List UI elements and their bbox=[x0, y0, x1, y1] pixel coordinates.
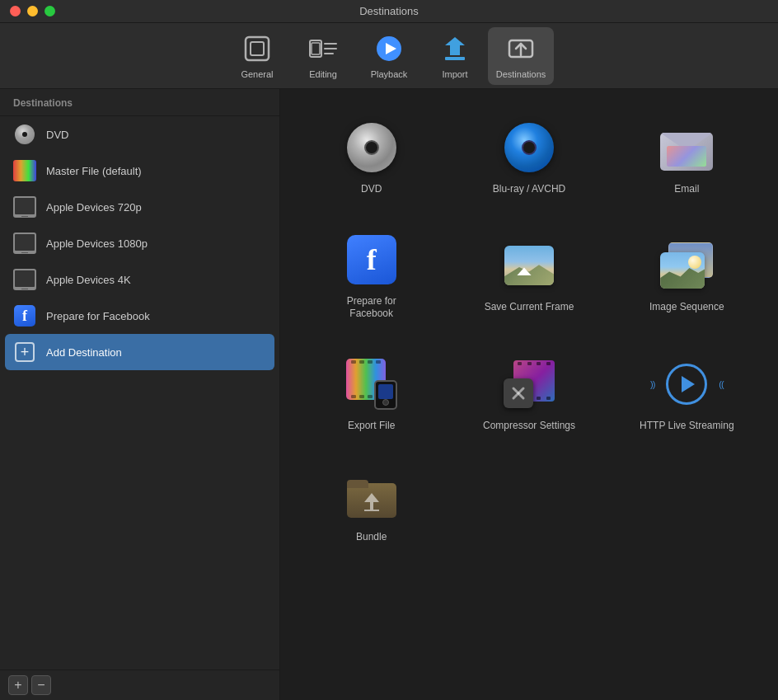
add-destination-icon: + bbox=[13, 341, 36, 364]
dest-item-bluray[interactable]: Blu-ray / AVCHD bbox=[454, 106, 603, 209]
toolbar-label-playback: Playback bbox=[371, 69, 408, 79]
sidebar-footer: + − bbox=[0, 669, 279, 700]
sidebar-item-dvd[interactable]: DVD bbox=[0, 116, 279, 153]
dest-item-export-file[interactable]: Export File bbox=[297, 342, 446, 446]
svg-rect-10 bbox=[445, 57, 465, 60]
dest-label-bluray: Blu-ray / AVCHD bbox=[493, 183, 565, 196]
apple-1080p-icon bbox=[13, 232, 36, 255]
sidebar-item-master-file[interactable]: Master File (default) bbox=[0, 153, 279, 189]
svg-marker-9 bbox=[445, 37, 465, 55]
dest-icon-save-frame bbox=[500, 237, 558, 294]
sidebar-item-label-master: Master File (default) bbox=[46, 165, 142, 177]
sidebar-item-apple-720p[interactable]: Apple Devices 720p bbox=[0, 189, 279, 225]
dest-label-compressor: Compressor Settings bbox=[483, 420, 575, 433]
toolbar-label-editing: Editing bbox=[309, 69, 337, 79]
sidebar-item-label-720p: Apple Devices 720p bbox=[46, 201, 142, 214]
dest-item-facebook[interactable]: f Prepare for Facebook bbox=[297, 218, 446, 334]
sidebar-item-label-1080p: Apple Devices 1080p bbox=[46, 237, 148, 250]
dest-item-bundle[interactable]: Bundle bbox=[297, 453, 446, 557]
dest-icon-image-sequence bbox=[658, 237, 715, 294]
dest-icon-dvd bbox=[343, 119, 401, 176]
toolbar-item-general[interactable]: General bbox=[224, 27, 290, 85]
dest-item-save-frame[interactable]: Save Current Frame bbox=[454, 218, 603, 334]
dest-label-facebook: Prepare for Facebook bbox=[347, 295, 396, 321]
sidebar-item-label-dvd: DVD bbox=[46, 129, 68, 141]
add-button[interactable]: + bbox=[8, 675, 28, 695]
general-icon bbox=[241, 33, 273, 64]
master-file-icon bbox=[13, 159, 36, 182]
dest-label-dvd: DVD bbox=[361, 183, 382, 196]
dest-item-dvd[interactable]: DVD bbox=[297, 106, 446, 209]
sidebar-item-label-add: Add Destination bbox=[46, 346, 122, 359]
toolbar-item-editing[interactable]: Editing bbox=[290, 27, 356, 85]
toolbar-label-import: Import bbox=[442, 69, 467, 79]
titlebar: Destinations bbox=[0, 0, 778, 23]
right-panel: DVD Blu-ray / AVCHD bbox=[280, 89, 778, 700]
maximize-button[interactable] bbox=[45, 6, 55, 16]
dest-item-email[interactable]: Email bbox=[612, 106, 762, 209]
apple-4k-icon bbox=[13, 268, 36, 291]
sidebar-item-add-destination[interactable]: + Add Destination bbox=[5, 334, 274, 370]
dest-icon-email bbox=[658, 119, 715, 176]
dest-icon-compressor bbox=[500, 355, 558, 413]
toolbar: General Editing Playback bbox=[0, 23, 778, 89]
sidebar: Destinations DVD Master File (default) bbox=[0, 89, 280, 700]
import-icon bbox=[439, 33, 471, 64]
dest-label-image-sequence: Image Sequence bbox=[649, 301, 724, 314]
window-controls bbox=[10, 6, 55, 16]
remove-button[interactable]: − bbox=[31, 675, 51, 695]
toolbar-item-import[interactable]: Import bbox=[422, 27, 488, 85]
svg-rect-1 bbox=[251, 42, 264, 55]
dest-item-hls[interactable]: )) (( HTTP Live Streaming bbox=[612, 342, 762, 446]
sidebar-facebook-icon: f bbox=[13, 304, 36, 327]
editing-icon bbox=[307, 33, 339, 64]
dvd-icon bbox=[13, 123, 36, 146]
dest-item-image-sequence[interactable]: Image Sequence bbox=[612, 218, 762, 334]
sidebar-header: Destinations bbox=[0, 89, 279, 116]
close-button[interactable] bbox=[10, 6, 21, 16]
apple-720p-icon bbox=[13, 195, 36, 218]
dest-item-compressor[interactable]: Compressor Settings bbox=[454, 342, 603, 446]
toolbar-label-general: General bbox=[241, 69, 273, 79]
toolbar-label-destinations: Destinations bbox=[496, 69, 546, 79]
toolbar-item-destinations[interactable]: Destinations bbox=[488, 27, 554, 85]
svg-rect-3 bbox=[312, 43, 320, 54]
dest-icon-facebook: f bbox=[343, 231, 401, 289]
sidebar-item-label-facebook: Prepare for Facebook bbox=[46, 310, 150, 322]
svg-rect-0 bbox=[246, 37, 269, 60]
destinations-icon bbox=[505, 33, 537, 64]
sidebar-item-label-4k: Apple Devices 4K bbox=[46, 274, 131, 286]
minimize-button[interactable] bbox=[27, 6, 38, 16]
sidebar-item-apple-1080p[interactable]: Apple Devices 1080p bbox=[0, 225, 279, 261]
dest-label-bundle: Bundle bbox=[356, 531, 387, 544]
window-title: Destinations bbox=[359, 5, 419, 17]
dest-icon-bundle bbox=[343, 467, 401, 524]
dest-label-save-frame: Save Current Frame bbox=[485, 301, 574, 314]
dest-label-hls: HTTP Live Streaming bbox=[640, 420, 734, 433]
dest-label-email: Email bbox=[674, 183, 699, 196]
dest-label-export-file: Export File bbox=[348, 420, 395, 433]
destinations-grid: DVD Blu-ray / AVCHD bbox=[297, 106, 762, 557]
dest-icon-hls: )) (( bbox=[658, 355, 715, 413]
toolbar-item-playback[interactable]: Playback bbox=[356, 27, 422, 85]
sidebar-list: DVD Master File (default) Apple Devices … bbox=[0, 116, 279, 669]
dest-icon-export-file bbox=[343, 355, 401, 413]
sidebar-item-facebook[interactable]: f Prepare for Facebook bbox=[0, 298, 279, 334]
playback-icon bbox=[373, 33, 405, 64]
main-content: Destinations DVD Master File (default) bbox=[0, 89, 778, 700]
sidebar-item-apple-4k[interactable]: Apple Devices 4K bbox=[0, 261, 279, 298]
dest-icon-bluray bbox=[500, 119, 558, 176]
